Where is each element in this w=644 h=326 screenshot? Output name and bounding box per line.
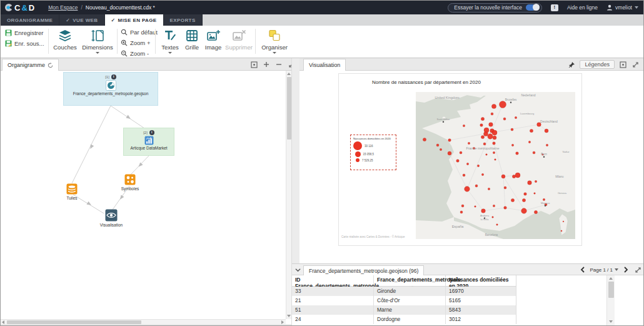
column-header-births[interactable]: Naissances domiciliées en 2020: [446, 275, 516, 286]
zoom-in-button[interactable]: Zoom +: [121, 39, 150, 46]
page-indicator[interactable]: Page 1 / 1: [590, 267, 618, 273]
node2-label: Articque DataMarket: [130, 146, 167, 150]
zoom-in-canvas-icon[interactable]: [262, 60, 271, 69]
organigramme-tab-label: Organigramme: [8, 62, 45, 68]
table-tab-label: France_departements_metropole.geojson (9…: [309, 268, 418, 274]
cell-id: 21: [292, 296, 374, 305]
column-header-name[interactable]: France_departements_metropole: [374, 275, 446, 286]
map-canvas[interactable]: United KingdomNederlandBruxellesLuxembou…: [416, 92, 575, 239]
delete-button[interactable]: Supprimer: [224, 29, 254, 51]
table-tab[interactable]: France_departements_metropole.geojson (9…: [303, 265, 424, 275]
cell-name: Gironde: [374, 287, 446, 296]
scrollbar-thumb[interactable]: [287, 77, 291, 140]
table-vertical-scrollbar[interactable]: [606, 275, 615, 325]
layers-button[interactable]: Couches: [51, 29, 79, 51]
map-attribution: Carte réalisée avec Cartes & Données - ©…: [341, 235, 405, 238]
breadcrumb-workspace-link[interactable]: Mon Espace: [48, 4, 78, 11]
dimensions-icon: [90, 29, 105, 43]
flowchart-node-tiles-icon[interactable]: [66, 183, 78, 195]
app-logo[interactable]: C&D: [1, 3, 39, 13]
zoom-out-button[interactable]: Zoom -: [121, 50, 149, 57]
expand-panel-icon[interactable]: [631, 60, 640, 69]
flowchart-node-datamarket[interactable]: [2] Articque DataMarket: [123, 128, 174, 156]
zoom-default-button[interactable]: Par défaut: [121, 29, 158, 36]
pagination: Page 1 / 1: [580, 265, 628, 275]
column-header-id[interactable]: ID France_departements_metropole: [292, 275, 374, 286]
svg-text:United Kingdom: United Kingdom: [435, 96, 460, 99]
flowchart-node-visualization-icon[interactable]: [105, 209, 118, 222]
legend-circle-medium: [355, 151, 361, 157]
tiles-node-label: Tuiles: [61, 196, 83, 200]
grid-button[interactable]: Grille: [181, 29, 203, 51]
visualization-canvas[interactable]: Nombre de naissances par département en …: [299, 71, 644, 263]
fit-view-icon[interactable]: [618, 60, 627, 69]
save-as-button[interactable]: Enr. sous...: [5, 40, 44, 47]
dimensions-label: Dimensions: [82, 44, 113, 51]
organize-button[interactable]: Organiser: [258, 29, 291, 54]
cell-name: Dordogne: [374, 315, 446, 324]
geojson-layer-icon: [106, 80, 116, 91]
user-menu[interactable]: vmeliot: [606, 4, 638, 11]
table-row[interactable]: 21 Côte-d'Or 5165: [292, 296, 516, 305]
zoom-out-icon: [121, 50, 128, 57]
pin-icon[interactable]: [567, 60, 576, 69]
texts-button[interactable]: Textes: [159, 29, 181, 54]
delete-icon: [231, 29, 246, 43]
toggle-switch-icon[interactable]: [526, 4, 540, 11]
try-new-interface-toggle[interactable]: Essayer la nouvelle interface: [448, 3, 542, 13]
tab-organigramme[interactable]: ORGANIGRAMME: [1, 14, 59, 26]
svg-text:Barcelona: Barcelona: [485, 233, 498, 237]
visualization-node-label: Visualisation: [91, 223, 131, 227]
organigramme-vertical-scrollbar[interactable]: [286, 71, 291, 319]
image-button[interactable]: Image: [203, 29, 224, 51]
visualization-panel-tab[interactable]: Visualisation: [303, 59, 346, 71]
logo-letter-d: D: [29, 3, 34, 13]
cell-name: Côte-d'Or: [374, 296, 446, 305]
delete-label: Supprimer: [225, 44, 253, 51]
organigramme-panel-tab[interactable]: Organigramme: [2, 59, 59, 71]
collapse-table-icon[interactable]: [294, 266, 302, 274]
info-icon[interactable]: [111, 74, 116, 79]
tab-vue-web[interactable]: VUE WEB: [59, 14, 104, 26]
online-help-link[interactable]: Aide en ligne: [567, 4, 598, 11]
dimensions-button[interactable]: Dimensions: [79, 29, 116, 54]
organigramme-canvas[interactable]: [1] France_departements_metropole.geojso…: [1, 71, 286, 319]
save-as-label: Enr. sous...: [14, 40, 44, 47]
user-icon: [606, 4, 613, 11]
tab-mise-en-page[interactable]: MISE EN PAGE: [105, 14, 164, 26]
visualization-panel-header: Visualisation Légendes: [299, 58, 644, 71]
info-icon[interactable]: [149, 130, 154, 135]
legends-button[interactable]: Légendes: [580, 60, 615, 69]
zoom-out-canvas-icon[interactable]: [274, 60, 283, 69]
table-row[interactable]: 33 Gironde 16970: [292, 287, 516, 296]
scrollbar-thumb[interactable]: [608, 282, 614, 298]
expand-table-icon[interactable]: [633, 265, 642, 274]
tab-exports[interactable]: EXPORTS: [164, 14, 203, 26]
table-row[interactable]: 24 Dordogne 3012: [292, 315, 516, 324]
save-button[interactable]: Enregistrer: [5, 29, 43, 36]
map-title[interactable]: Nombre de naissances par département en …: [372, 79, 481, 85]
try-new-interface-label: Essayer la nouvelle interface: [454, 4, 522, 11]
legend-circle-small: [356, 158, 360, 162]
previous-page-icon[interactable]: [580, 267, 585, 273]
breadcrumb-separator: /: [81, 4, 82, 11]
flowchart-node-symbols-icon[interactable]: [124, 174, 136, 185]
cell-id: 33: [292, 287, 374, 296]
user-caret-icon: [635, 6, 638, 9]
next-page-icon[interactable]: [623, 267, 628, 273]
flowchart-node-geojson[interactable]: [1] France_departements_metropole.geojso…: [63, 72, 158, 106]
layers-icon: [58, 29, 73, 43]
fit-view-icon[interactable]: [249, 60, 258, 69]
notification-icon[interactable]: [551, 4, 558, 11]
map-legend[interactable]: Naissances domiciliées en 2020 30 116 15…: [350, 135, 396, 170]
dimensions-caret-icon: [96, 52, 99, 54]
zoom-in-label: Zoom +: [130, 39, 150, 46]
svg-text:Milano: Milano: [555, 175, 564, 178]
svg-text:France métropolitaine: France métropolitaine: [466, 146, 499, 150]
organigramme-horizontal-scrollbar[interactable]: [1, 319, 286, 324]
organize-caret-icon: [273, 52, 276, 54]
table-row[interactable]: 51 Marne 5843: [292, 305, 516, 315]
magnifier-icon: [121, 29, 128, 36]
grid-label: Grille: [185, 44, 199, 51]
refresh-icon[interactable]: [48, 63, 53, 68]
